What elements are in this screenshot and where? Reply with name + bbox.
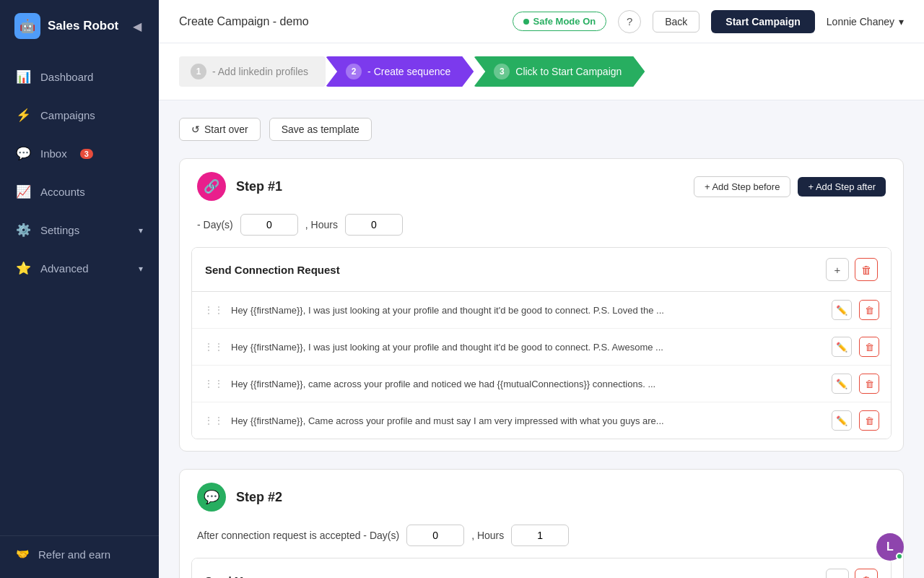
section-title: Send Connection Request (205, 264, 340, 276)
user-menu-arrow-icon: ▾ (899, 16, 904, 27)
message-row: ⋮⋮ Hey {{firstName}}, came across your p… (192, 366, 891, 402)
sidebar-bottom: 🤝 Refer and earn (0, 535, 159, 578)
advanced-arrow-icon: ▾ (139, 264, 143, 274)
step-2-icon: 💬 (197, 483, 226, 512)
add-message-button[interactable]: + (826, 258, 849, 281)
drag-handle-icon[interactable]: ⋮⋮ (204, 378, 224, 389)
sidebar-item-label: Campaigns (40, 109, 95, 121)
message-row: ⋮⋮ Hey {{firstName}}, I was just looking… (192, 329, 891, 366)
step-1[interactable]: 1 - Add linkedin profiles (179, 56, 326, 87)
inbox-badge: 3 (80, 149, 93, 159)
add-step-before-button[interactable]: + Add Step before (694, 176, 790, 197)
step-1-icon: 🔗 (197, 172, 226, 201)
send-message-section: Send Message + 🗑 (191, 558, 892, 578)
help-button[interactable]: ? (618, 10, 641, 33)
edit-message-button[interactable]: ✏️ (832, 374, 852, 394)
avatar[interactable]: L (876, 533, 904, 561)
sidebar-item-refer[interactable]: 🤝 Refer and earn (16, 548, 143, 561)
section-buttons: + 🗑 (826, 569, 878, 578)
delete-section-button[interactable]: 🗑 (855, 569, 878, 578)
refer-icon: 🤝 (16, 548, 30, 561)
section-title: Send Message (205, 574, 280, 579)
sidebar-item-accounts[interactable]: 📈 Accounts (0, 173, 159, 211)
step-2-card: 💬 Step #2 After connection request is ac… (179, 469, 904, 578)
message-text: Hey {{firstName}}, I was just looking at… (231, 305, 824, 316)
message-text: Hey {{firstName}}, Came across your prof… (231, 415, 824, 426)
delete-message-button[interactable]: 🗑 (859, 410, 879, 431)
logo-icon: 🤖 (14, 13, 40, 39)
drag-handle-icon[interactable]: ⋮⋮ (204, 341, 224, 353)
toolbar: ↺ Start over Save as template (179, 118, 904, 141)
sidebar-nav: 📊 Dashboard ⚡ Campaigns 💬 Inbox 3 📈 Acco… (0, 52, 159, 535)
sidebar-item-label: Accounts (40, 186, 85, 198)
section-buttons: + 🗑 (826, 258, 878, 281)
step-3-label: Click to Start Campaign (515, 66, 622, 77)
back-button[interactable]: Back (653, 11, 699, 33)
accounts-icon: 📈 (16, 184, 30, 199)
drag-handle-icon[interactable]: ⋮⋮ (204, 304, 224, 316)
sidebar-item-label: Inbox (40, 147, 67, 160)
step-1-number: 1 (191, 64, 206, 79)
message-row: ⋮⋮ Hey {{firstName}}, I was just looking… (192, 292, 891, 329)
sidebar-item-label: Settings (40, 224, 79, 236)
add-message-button[interactable]: + (826, 569, 849, 578)
sidebar-collapse-button[interactable]: ◀ (130, 20, 144, 33)
edit-message-button[interactable]: ✏️ (832, 410, 852, 431)
step-2-days-input[interactable] (406, 525, 464, 546)
step-1-label: - Add linkedin profiles (212, 66, 308, 77)
sidebar-logo: 🤖 Sales Robot ◀ (0, 0, 159, 52)
safe-mode-label: Safe Mode On (533, 16, 596, 27)
add-step-after-button[interactable]: + Add Step after (798, 177, 886, 197)
step-1-actions: + Add Step before + Add Step after (694, 176, 886, 197)
settings-icon: ⚙️ (16, 223, 30, 238)
inbox-icon: 💬 (16, 146, 30, 161)
sidebar-item-advanced[interactable]: ⭐ Advanced ▾ (0, 249, 159, 288)
safe-mode-button[interactable]: Safe Mode On (513, 12, 607, 31)
page-title: Create Campaign - demo (179, 15, 501, 28)
dashboard-icon: 📊 (16, 69, 30, 85)
header: Create Campaign - demo Safe Mode On ? Ba… (159, 0, 924, 43)
refer-label: Refer and earn (38, 548, 110, 561)
step-1-hours-input[interactable] (345, 214, 403, 236)
start-over-button[interactable]: ↺ Start over (179, 118, 261, 141)
step-2-timing: After connection request is accepted - D… (180, 525, 903, 558)
step-1-title: Step #1 (236, 179, 684, 194)
message-text: Hey {{firstName}}, I was just looking at… (231, 342, 824, 353)
sidebar-item-dashboard[interactable]: 📊 Dashboard (0, 58, 159, 96)
step-3[interactable]: 3 Click to Start Campaign (474, 56, 645, 87)
section-header: Send Connection Request + 🗑 (192, 248, 891, 292)
logo-text: Sales Robot (48, 19, 118, 33)
message-row: ⋮⋮ Hey {{firstName}}, Came across your p… (192, 402, 891, 439)
section-header: Send Message + 🗑 (192, 558, 891, 578)
step-1-timing: - Day(s) , Hours (180, 214, 903, 247)
delete-section-button[interactable]: 🗑 (855, 258, 878, 281)
step-2-hours-input[interactable] (511, 525, 569, 546)
start-campaign-button[interactable]: Start Campaign (711, 10, 814, 33)
hours-label: , Hours (471, 530, 504, 541)
delete-message-button[interactable]: 🗑 (859, 300, 879, 320)
step-2[interactable]: 2 - Create sequence (326, 56, 474, 87)
sidebar-item-settings[interactable]: ⚙️ Settings ▾ (0, 211, 159, 249)
edit-message-button[interactable]: ✏️ (832, 300, 852, 320)
step-3-number: 3 (494, 64, 510, 79)
safe-mode-dot (523, 19, 529, 25)
sidebar-item-inbox[interactable]: 💬 Inbox 3 (0, 134, 159, 173)
sidebar-item-label: Advanced (40, 262, 89, 275)
days-label: - Day(s) (197, 219, 233, 230)
sidebar-item-label: Dashboard (40, 71, 93, 83)
sidebar-item-campaigns[interactable]: ⚡ Campaigns (0, 96, 159, 134)
message-text: Hey {{firstName}}, came across your prof… (231, 379, 824, 389)
user-menu[interactable]: Lonnie Chaney ▾ (827, 16, 904, 27)
drag-handle-icon[interactable]: ⋮⋮ (204, 415, 224, 426)
step-2-title: Step #2 (236, 490, 886, 505)
step-1-days-input[interactable] (240, 214, 298, 236)
edit-message-button[interactable]: ✏️ (832, 337, 852, 357)
delete-message-button[interactable]: 🗑 (859, 374, 879, 394)
send-connection-section: Send Connection Request + 🗑 ⋮⋮ Hey {{fir… (191, 247, 892, 439)
save-template-button[interactable]: Save as template (269, 118, 372, 141)
main-content: Create Campaign - demo Safe Mode On ? Ba… (159, 0, 924, 578)
step-2-label: - Create sequence (367, 66, 450, 77)
start-over-label: Start over (204, 124, 248, 135)
page-body: ↺ Start over Save as template 🔗 Step #1 … (159, 100, 924, 578)
delete-message-button[interactable]: 🗑 (859, 337, 879, 357)
